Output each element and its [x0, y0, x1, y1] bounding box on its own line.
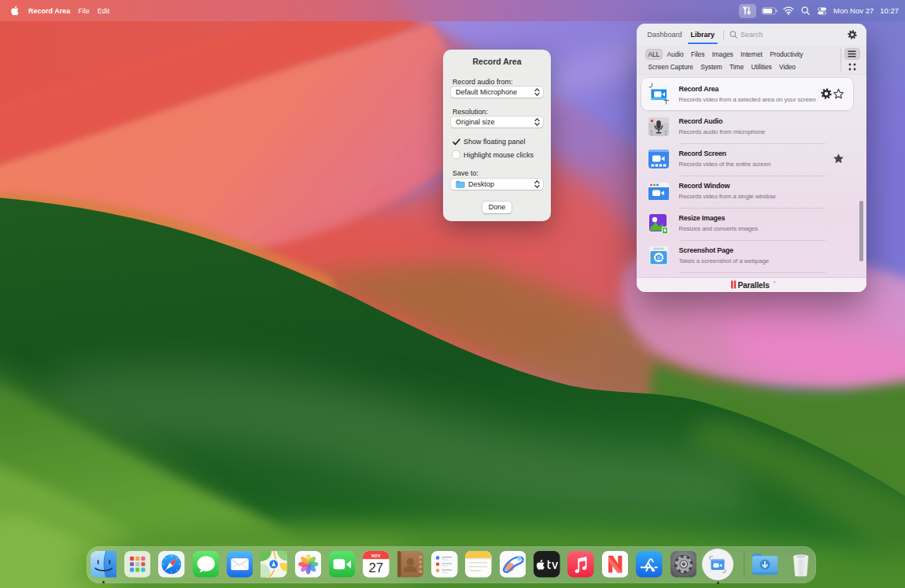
- svg-text:®: ®: [774, 281, 776, 284]
- svg-text:Parallels: Parallels: [738, 281, 770, 290]
- svg-text:27: 27: [369, 560, 384, 575]
- svg-text:NOV: NOV: [371, 553, 381, 558]
